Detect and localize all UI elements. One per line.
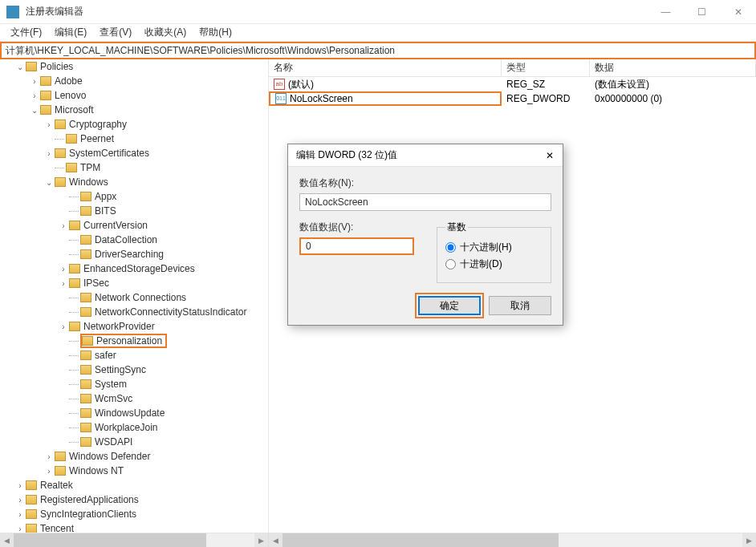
folder-icon xyxy=(26,480,37,490)
tree-item-windows-defender[interactable]: ›Windows Defender xyxy=(0,449,268,464)
tree-scroll-left[interactable]: ◀ xyxy=(0,533,14,547)
tree-item-system[interactable]: System xyxy=(0,377,268,391)
maximize-button[interactable]: ☐ xyxy=(684,0,720,23)
tree-item-tencent[interactable]: ›Tencent xyxy=(0,521,268,533)
tree-item-settingsync[interactable]: SettingSync xyxy=(0,363,268,377)
tree-item-microsoft[interactable]: ⌄Microsoft xyxy=(0,103,268,117)
tree-scroll-track[interactable] xyxy=(14,533,254,547)
tree-item-currentversion[interactable]: ›CurrentVersion xyxy=(0,218,268,233)
tree-item-tpm[interactable]: TPM xyxy=(0,160,268,175)
menu-edit[interactable]: 编辑(E) xyxy=(48,24,93,41)
folder-icon xyxy=(69,221,80,230)
tree-item-workplacejoin[interactable]: WorkplaceJoin xyxy=(0,420,268,435)
string-value-icon: ab xyxy=(274,79,285,90)
tree-caret-icon[interactable]: › xyxy=(14,510,26,519)
tree-caret-icon[interactable]: › xyxy=(58,279,69,288)
tree-label: WSDAPI xyxy=(95,436,132,448)
tree-item-windows-nt[interactable]: ›Windows NT xyxy=(0,464,268,478)
value-name-input[interactable] xyxy=(299,193,551,211)
value-data-label: 数值数据(V): xyxy=(299,221,414,234)
folder-icon xyxy=(80,206,91,216)
folder-icon xyxy=(82,336,93,346)
tree-item-bits[interactable]: BITS xyxy=(0,204,268,218)
folder-icon xyxy=(69,278,80,288)
tree-item-windowsupdate[interactable]: WindowsUpdate xyxy=(0,406,268,420)
menu-help[interactable]: 帮助(H) xyxy=(193,24,238,41)
tree-item-networkprovider[interactable]: ›NetworkProvider xyxy=(0,319,268,334)
tree-item-appx[interactable]: Appx xyxy=(0,189,268,204)
tree-item-realtek[interactable]: ›Realtek xyxy=(0,478,268,492)
dialog-close-button[interactable]: ✕ xyxy=(537,150,563,161)
menu-file[interactable]: 文件(F) xyxy=(4,24,48,41)
tree-item-enhancedstoragedevices[interactable]: ›EnhancedStorageDevices xyxy=(0,261,268,276)
tree-item-safer[interactable]: safer xyxy=(0,348,268,363)
tree-item-cryptography[interactable]: ›Cryptography xyxy=(0,117,268,132)
tree-caret-icon[interactable]: › xyxy=(29,91,40,100)
tree-caret-icon[interactable]: › xyxy=(43,452,55,461)
tree-item-personalization[interactable]: Personalization xyxy=(0,334,268,348)
tree-pane[interactable]: ⌄Policies›Adobe›Lenovo⌄Microsoft›Cryptog… xyxy=(0,59,269,533)
tree-caret-icon[interactable]: › xyxy=(58,322,69,331)
base-fieldset: 基数 十六进制(H) 十进制(D) xyxy=(437,221,551,283)
menu-favorites[interactable]: 收藏夹(A) xyxy=(138,24,193,41)
tree-label: SettingSync xyxy=(95,364,146,375)
tree-item-wcmsvc[interactable]: WcmSvc xyxy=(0,391,268,406)
tree-caret-icon[interactable]: ⌄ xyxy=(14,63,26,71)
value-row-默认[interactable]: ab(默认)REG_SZ(数值未设置) xyxy=(269,77,756,91)
tree-item-network-connections[interactable]: Network Connections xyxy=(0,290,268,305)
tree-label: Windows NT xyxy=(69,465,124,476)
tree-item-windows[interactable]: ⌄Windows xyxy=(0,175,268,189)
tree-caret-icon[interactable]: ⌄ xyxy=(29,106,40,115)
tree-caret-icon[interactable]: › xyxy=(58,265,69,274)
tree-item-adobe[interactable]: ›Adobe xyxy=(0,74,268,88)
list-scroll-right[interactable]: ▶ xyxy=(742,533,756,547)
tree-item-peernet[interactable]: Peernet xyxy=(0,132,268,146)
tree-item-wsdapi[interactable]: WSDAPI xyxy=(0,435,268,449)
tree-caret-icon[interactable]: › xyxy=(29,77,40,86)
tree-item-lenovo[interactable]: ›Lenovo xyxy=(0,88,268,103)
tree-caret-icon[interactable]: › xyxy=(14,496,26,504)
tree-label: System xyxy=(95,379,127,390)
value-row-nolockscreen[interactable]: 011NoLockScreenREG_DWORD0x00000000 (0) xyxy=(269,91,756,106)
tree-label: Policies xyxy=(40,61,73,72)
tree-caret-icon[interactable]: › xyxy=(43,149,55,158)
list-scroll-left[interactable]: ◀ xyxy=(269,533,282,547)
folder-icon xyxy=(66,134,77,144)
tree-caret-icon[interactable]: › xyxy=(58,221,69,230)
addressbar[interactable]: 计算机\HKEY_LOCAL_MACHINE\SOFTWARE\Policies… xyxy=(0,42,756,59)
dialog-titlebar[interactable]: 编辑 DWORD (32 位)值 ✕ xyxy=(288,144,563,167)
tree-scroll-right[interactable]: ▶ xyxy=(254,533,268,547)
value-data-input[interactable] xyxy=(299,237,414,255)
close-button[interactable]: ✕ xyxy=(720,0,756,23)
list-scroll-track[interactable] xyxy=(282,533,742,547)
radio-decimal-input[interactable] xyxy=(445,259,456,269)
radio-hex-input[interactable] xyxy=(445,242,456,253)
radio-decimal[interactable]: 十进制(D) xyxy=(445,257,543,271)
tree-item-syncintegrationclients[interactable]: ›SyncIntegrationClients xyxy=(0,507,268,521)
menu-view[interactable]: 查看(V) xyxy=(93,24,138,41)
header-data[interactable]: 数据 xyxy=(590,59,756,76)
folder-icon xyxy=(80,249,91,259)
folder-icon xyxy=(55,120,66,129)
tree-caret-icon[interactable]: › xyxy=(14,525,26,533)
tree-caret-icon[interactable]: › xyxy=(43,467,55,476)
header-name[interactable]: 名称 xyxy=(269,59,502,76)
tree-item-networkconnectivitystatusindicator[interactable]: NetworkConnectivityStatusIndicator xyxy=(0,305,268,319)
minimize-button[interactable]: — xyxy=(648,0,684,23)
tree-label: RegisteredApplications xyxy=(40,494,139,505)
tree-item-ipsec[interactable]: ›IPSec xyxy=(0,276,268,290)
tree-item-policies[interactable]: ⌄Policies xyxy=(0,59,268,74)
tree-label: EnhancedStorageDevices xyxy=(83,263,195,274)
tree-caret-icon[interactable]: › xyxy=(14,481,26,490)
tree-label: Windows xyxy=(69,176,108,188)
header-type[interactable]: 类型 xyxy=(502,59,590,76)
radio-hex[interactable]: 十六进制(H) xyxy=(445,241,543,254)
tree-item-datacollection[interactable]: DataCollection xyxy=(0,233,268,247)
tree-caret-icon[interactable]: ⌄ xyxy=(43,178,55,187)
tree-item-registeredapplications[interactable]: ›RegisteredApplications xyxy=(0,492,268,507)
tree-item-systemcertificates[interactable]: ›SystemCertificates xyxy=(0,146,268,160)
ok-button[interactable]: 确定 xyxy=(418,296,481,315)
tree-caret-icon[interactable]: › xyxy=(43,120,55,129)
cancel-button[interactable]: 取消 xyxy=(489,296,551,315)
tree-item-driversearching[interactable]: DriverSearching xyxy=(0,247,268,261)
